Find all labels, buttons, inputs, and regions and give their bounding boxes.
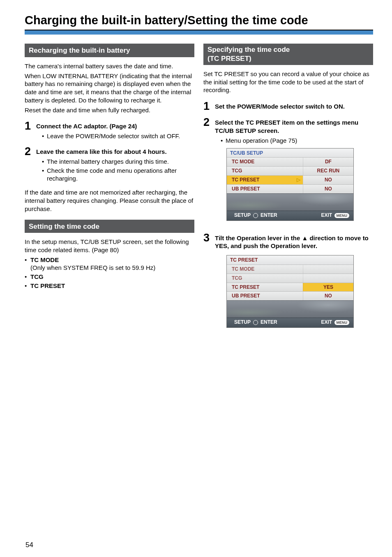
- intro-para-1: The camera's internal battery saves the …: [25, 62, 194, 70]
- footer-enter: ENTER: [261, 212, 277, 219]
- screen-blank-area: [227, 300, 353, 318]
- spec-step-3: 3 Tilt the Operation lever in the ▲ dire…: [203, 232, 373, 335]
- menu-row-value: REC RUN: [303, 167, 353, 175]
- menu-row: TC MODE: [227, 265, 353, 274]
- spec-step-2-bullet: Menu operation (Page 75): [221, 137, 373, 145]
- step-number: 1: [25, 121, 33, 132]
- spec-step-1: 1 Set the POWER/Mode selector switch to …: [203, 101, 373, 112]
- step-title: Tilt the Operation lever in the ▲ direct…: [215, 234, 369, 250]
- content-columns: Recharging the built-in battery The came…: [25, 44, 373, 339]
- screen-title: TC/UB SETUP: [227, 149, 353, 158]
- step-number: 3: [203, 232, 212, 244]
- tc-item-label: TCG: [30, 273, 44, 280]
- tc-item-label: TC PRESET: [30, 282, 65, 289]
- step-number: 2: [203, 117, 212, 128]
- menu-screen-2: TC PRESET TC MODE TCG TC PRESET YES: [226, 255, 354, 328]
- menu-row: UB PRESET NO: [227, 184, 353, 193]
- tc-item-note: (Only when SYSTEM FREQ is set to 59.9 Hz…: [30, 264, 155, 271]
- page-number: 54: [25, 541, 33, 550]
- menu-row-label: UB PRESET: [227, 185, 303, 193]
- footer-setup: SETUP: [234, 212, 251, 219]
- menu-screen-1: TC/UB SETUP TC MODE DF TCG REC RUN TC PR…: [226, 148, 354, 221]
- footer-setup: SETUP: [234, 319, 251, 326]
- footer-exit: EXIT MENU: [321, 212, 349, 219]
- menu-row-value: [303, 274, 353, 283]
- tc-item-preset: TC PRESET: [25, 282, 194, 290]
- menu-row-label: TCG: [227, 274, 303, 283]
- menu-row-label: TC MODE: [227, 158, 303, 166]
- menu-row: TCG: [227, 274, 353, 283]
- step-number: 2: [25, 146, 33, 157]
- intro-para-3: Reset the date and time when fully recha…: [25, 106, 194, 114]
- header-line-2: (TC PRESET): [208, 55, 251, 63]
- dpad-icon: [253, 213, 258, 218]
- screen-footer: SETUP ENTER EXIT MENU: [227, 318, 353, 327]
- screen-blank-area: [227, 193, 353, 211]
- tc-item-mode: TC MODE (Only when SYSTEM FREQ is set to…: [25, 256, 194, 272]
- menu-row-value: [303, 265, 353, 274]
- tc-intro: In the setup menus, TC/UB SETUP screen, …: [25, 238, 194, 254]
- menu-row-value-highlighted: YES: [303, 283, 353, 292]
- step-1: 1 Connect the AC adaptor. (Page 24) Leav…: [25, 121, 194, 141]
- intro-para-2: When LOW INTERNAL BATTERY (indicating th…: [25, 72, 194, 104]
- menu-row: TCG REC RUN: [227, 166, 353, 175]
- step-title: Connect the AC adaptor. (Page 24): [36, 123, 137, 130]
- menu-row-label: UB PRESET: [227, 292, 303, 300]
- menu-row-value: NO: [303, 292, 353, 300]
- section-header-setting-tc: Setting the time code: [25, 220, 194, 233]
- menu-row: UB PRESET NO: [227, 291, 353, 300]
- step-2: 2 Leave the camera like this for about 4…: [25, 146, 194, 183]
- menu-row: TC PRESET YES: [227, 283, 353, 292]
- menu-row-value: NO: [303, 176, 353, 184]
- step-title: Leave the camera like this for about 4 h…: [36, 148, 167, 155]
- step-title: Select the TC PRESET item on the setting…: [215, 119, 358, 134]
- tc-item-label: TC MODE: [30, 256, 59, 263]
- step-title: Set the POWER/Mode selector switch to ON…: [215, 103, 345, 110]
- tc-items: TC MODE (Only when SYSTEM FREQ is set to…: [25, 256, 194, 290]
- screen-title: TC PRESET: [227, 255, 353, 265]
- step-2-bullet-2: Check the time code and menu operations …: [42, 167, 194, 183]
- section-header-specifying: Specifying the time code (TC PRESET): [203, 44, 373, 65]
- menu-row-label: TC PRESET ▷: [227, 176, 303, 184]
- specify-steps: 1 Set the POWER/Mode selector switch to …: [203, 101, 373, 334]
- step-1-bullet: Leave the POWER/Mode selector switch at …: [42, 132, 194, 140]
- tc-item-tcg: TCG: [25, 273, 194, 281]
- cursor-icon: ▷: [297, 177, 300, 183]
- screen-footer: SETUP ENTER EXIT MENU: [227, 211, 353, 220]
- left-column: Recharging the built-in battery The came…: [25, 44, 194, 339]
- recharge-steps: 1 Connect the AC adaptor. (Page 24) Leav…: [25, 121, 194, 183]
- menu-row: TC MODE DF: [227, 157, 353, 166]
- menu-row-label: TC MODE: [227, 265, 303, 274]
- step-number: 1: [203, 101, 212, 112]
- closing-note: If the date and time are not memorized a…: [25, 188, 194, 213]
- spec-step-2: 2 Select the TC PRESET item on the setti…: [203, 117, 373, 227]
- dpad-icon: [253, 320, 258, 325]
- menu-row-value: DF: [303, 158, 353, 166]
- footer-enter: ENTER: [261, 319, 277, 326]
- menu-badge: MENU: [334, 213, 350, 218]
- specify-intro: Set TC PRESET so you can record a value …: [203, 70, 373, 94]
- menu-row-label: TC PRESET: [227, 283, 303, 292]
- menu-row-value: NO: [303, 185, 353, 193]
- right-column: Specifying the time code (TC PRESET) Set…: [203, 44, 373, 339]
- section-header-recharging: Recharging the built-in battery: [25, 44, 194, 57]
- footer-exit: EXIT MENU: [321, 319, 349, 326]
- title-rule: [25, 30, 373, 35]
- menu-row-label: TCG: [227, 167, 303, 175]
- page-title: Charging the built-in battery/Setting th…: [25, 12, 373, 28]
- menu-badge: MENU: [334, 320, 350, 325]
- step-2-bullet-1: The internal battery charges during this…: [42, 158, 194, 166]
- menu-row-highlighted: TC PRESET ▷ NO: [227, 175, 353, 184]
- header-line-1: Specifying the time code: [208, 46, 290, 53]
